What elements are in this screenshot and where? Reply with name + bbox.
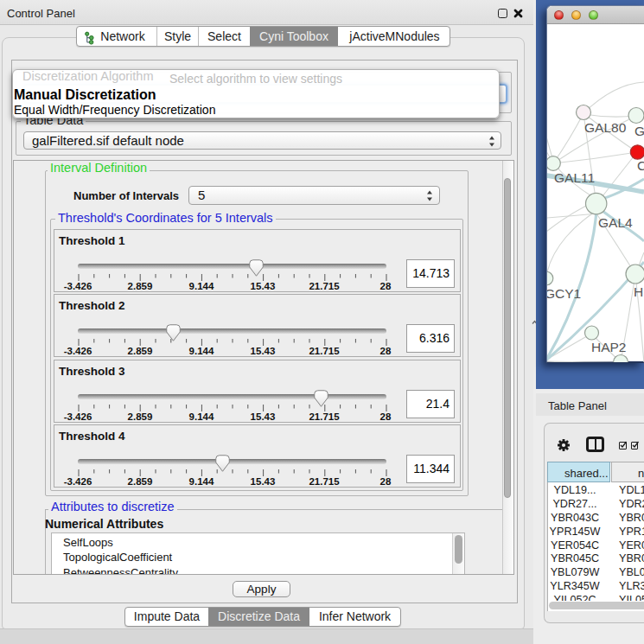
svg-text:CY: CY xyxy=(637,158,644,173)
svg-text:GA: GA xyxy=(634,124,644,138)
svg-text:GCY1: GCY1 xyxy=(547,286,581,301)
svg-text:GAL11: GAL11 xyxy=(554,170,595,185)
svg-text:H: H xyxy=(634,284,643,299)
svg-text:GAL4: GAL4 xyxy=(598,215,633,230)
svg-text:GAL80: GAL80 xyxy=(584,120,627,135)
svg-text:HAP2: HAP2 xyxy=(591,340,627,354)
